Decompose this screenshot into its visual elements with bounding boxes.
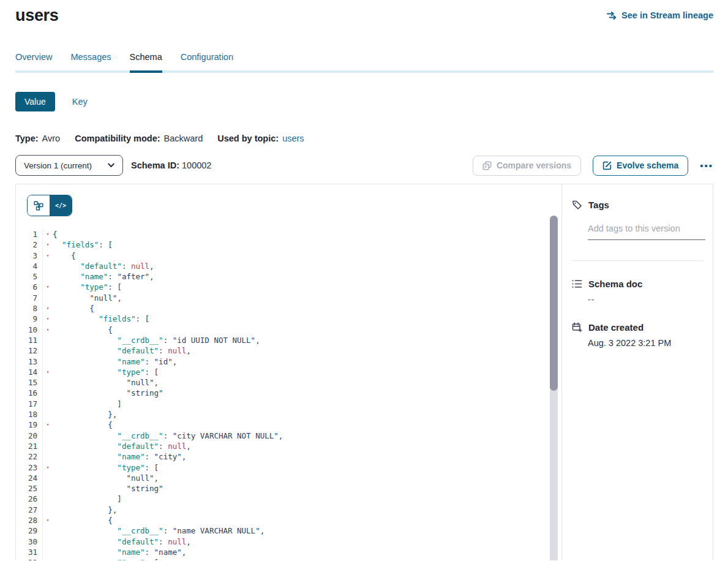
schema-json-editor[interactable]: 1▾{2▾ "fields": [3▾ {4 "default": null,5… [16, 229, 561, 560]
calendar-plus-icon [572, 322, 582, 333]
line-number: 27 [16, 505, 43, 515]
tags-title: Tags [588, 200, 609, 210]
fold-spacer [43, 293, 53, 303]
code-line: 5 "name": "after", [16, 271, 561, 282]
code-text: "null", [53, 377, 159, 388]
stream-lineage-link[interactable]: See in Stream lineage [607, 10, 713, 20]
fold-spacer [43, 399, 53, 409]
line-number: 13 [16, 356, 43, 367]
code-line: 13 "name": "id", [16, 356, 561, 367]
evolve-schema-button[interactable]: Evolve schema [593, 156, 688, 176]
code-text: "fields": [ [53, 314, 149, 324]
sidebar-divider [572, 260, 704, 261]
fold-toggle-icon[interactable]: ▾ [43, 282, 53, 292]
code-line: 20 "__crdb__": "city VARCHAR NOT NULL", [16, 431, 561, 441]
stream-lineage-icon [607, 11, 617, 20]
schema-id-label: Schema ID: [131, 160, 179, 170]
line-number: 29 [16, 525, 43, 536]
fold-toggle-icon[interactable]: ▾ [43, 367, 53, 377]
code-text: "default": null, [53, 537, 191, 547]
fold-toggle-icon[interactable]: ▾ [43, 420, 53, 430]
fold-toggle-icon[interactable]: ▾ [43, 557, 53, 560]
fold-spacer [43, 335, 53, 345]
more-actions-button[interactable]: ••• [700, 156, 713, 176]
tab-bar: Overview Messages Schema Configuration [15, 52, 713, 73]
code-line: 22 "name": "city", [16, 451, 561, 462]
page-title: users [15, 6, 59, 25]
tag-icon [572, 200, 582, 210]
chevron-down-icon [108, 163, 114, 168]
fold-spacer [43, 451, 53, 462]
line-number: 32 [16, 557, 43, 560]
fold-toggle-icon[interactable]: ▾ [43, 325, 53, 335]
fold-spacer [43, 377, 53, 388]
code-line: 25 "string" [16, 483, 561, 494]
code-text: { [53, 229, 58, 239]
fold-spacer [43, 431, 53, 441]
fold-toggle-icon[interactable]: ▾ [43, 250, 53, 261]
tab-schema[interactable]: Schema [130, 52, 162, 73]
fold-toggle-icon[interactable]: ▾ [43, 229, 53, 239]
code-line: 9▾ "fields": [ [16, 314, 561, 324]
code-line: 6▾ "type": [ [16, 282, 561, 292]
line-number: 2 [16, 239, 43, 250]
code-text: { [53, 303, 94, 314]
line-number: 9 [16, 314, 43, 324]
schema-content: </> 1▾{2▾ "fields": [3▾ {4 "default": nu… [15, 184, 713, 560]
fold-toggle-icon[interactable]: ▾ [43, 462, 53, 473]
schema-doc-value: -- [588, 295, 704, 304]
code-text: "fields": [ [53, 239, 113, 250]
tab-messages[interactable]: Messages [70, 52, 111, 70]
fold-toggle-icon[interactable]: ▾ [43, 239, 53, 250]
code-text: "__crdb__": "name VARCHAR NULL", [53, 525, 265, 536]
code-line: 7 "null", [16, 293, 561, 303]
type-value: Avro [42, 134, 61, 143]
add-tags-placeholder: Add tags to this version [588, 224, 680, 233]
code-text: "name": "after", [53, 271, 154, 282]
code-text: "type": [ [53, 557, 159, 560]
code-line: 28▾ { [16, 515, 561, 525]
fold-spacer [43, 547, 53, 557]
code-view-icon: </> [55, 202, 66, 209]
fold-spacer [43, 409, 53, 420]
line-number: 6 [16, 282, 43, 292]
code-text: { [53, 515, 113, 525]
line-number: 4 [16, 261, 43, 271]
add-tags-input[interactable]: Add tags to this version [588, 223, 705, 240]
schema-sidebar: Tags Add tags to this version [562, 184, 713, 560]
code-text: "type": [ [53, 462, 159, 473]
tree-view-button[interactable] [28, 195, 50, 216]
line-number: 14 [16, 367, 43, 377]
code-line: 17 ] [16, 399, 561, 409]
compare-versions-icon [482, 161, 492, 170]
line-number: 19 [16, 420, 43, 430]
schema-doc-title: Schema doc [588, 279, 642, 289]
date-created-value: Aug. 3 2022 3:21 PM [588, 338, 704, 348]
tags-section-header: Tags [572, 200, 704, 210]
compare-versions-button[interactable]: Compare versions [473, 156, 581, 176]
topic-link[interactable]: users [282, 134, 304, 143]
line-number: 15 [16, 377, 43, 388]
fold-toggle-icon[interactable]: ▾ [43, 303, 53, 314]
code-scrollbar-thumb[interactable] [550, 216, 558, 391]
fold-toggle-icon[interactable]: ▾ [43, 314, 53, 324]
line-number: 26 [16, 494, 43, 504]
code-view-button[interactable]: </> [50, 195, 72, 216]
line-number: 5 [16, 271, 43, 282]
version-select[interactable]: Version 1 (current) [15, 155, 123, 176]
code-line: 19▾ { [16, 420, 561, 430]
line-number: 3 [16, 250, 43, 261]
line-number: 16 [16, 388, 43, 398]
line-number: 17 [16, 399, 43, 409]
line-number: 7 [16, 293, 43, 303]
code-scrollbar-track[interactable] [550, 216, 558, 560]
fold-toggle-icon[interactable]: ▾ [43, 515, 53, 525]
key-toggle-link[interactable]: Key [72, 97, 88, 107]
fold-spacer [43, 525, 53, 536]
code-text: }, [53, 409, 117, 420]
code-line: 27 }, [16, 505, 561, 515]
date-created-title: Date created [588, 322, 644, 333]
tab-configuration[interactable]: Configuration [181, 52, 233, 70]
value-toggle-button[interactable]: Value [15, 92, 55, 111]
tab-overview[interactable]: Overview [15, 52, 52, 70]
